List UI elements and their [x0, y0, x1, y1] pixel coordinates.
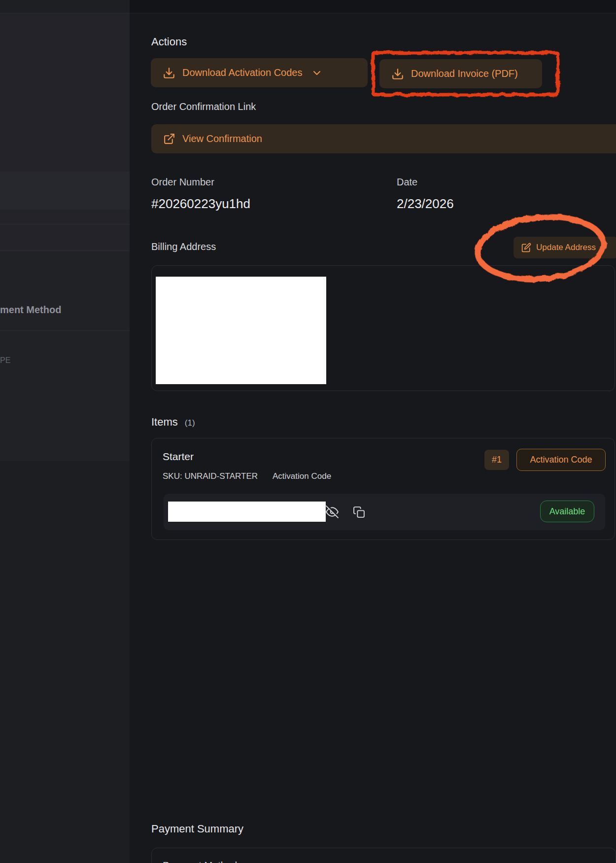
order-confirmation-link-heading: Order Confirmation Link	[151, 101, 256, 112]
order-date-value: 2/23/2026	[397, 196, 454, 212]
items-heading-label: Items	[151, 416, 178, 429]
order-number-label: Order Number	[151, 177, 214, 188]
sidebar-payment-method-label: ment Method	[0, 304, 61, 316]
activation-code-row: Available	[164, 494, 605, 530]
items-count: (1)	[185, 418, 195, 428]
sidebar-panel-upper	[0, 13, 130, 172]
copy-icon	[353, 506, 365, 518]
external-link-icon	[163, 133, 175, 145]
view-confirmation-label: View Confirmation	[182, 133, 262, 144]
item-type-badge: Activation Code	[516, 449, 606, 471]
sidebar-pe-label: PE	[0, 356, 10, 365]
sidebar: ment Method PE	[0, 0, 130, 863]
item-kind: Activation Code	[273, 471, 331, 481]
download-invoice-label: Download Invoice (PDF)	[411, 68, 518, 79]
download-invoice-button[interactable]: Download Invoice (PDF)	[379, 59, 542, 88]
sidebar-top-strip	[0, 0, 130, 13]
actions-heading: Actions	[151, 36, 187, 48]
billing-address-card	[151, 265, 615, 391]
order-details-page: ment Method PE Actions Download Activati…	[0, 0, 616, 863]
view-confirmation-button[interactable]: View Confirmation	[151, 124, 616, 153]
sidebar-selected-row[interactable]	[0, 172, 130, 210]
sidebar-section-payment-method: ment Method	[0, 251, 130, 331]
item-index-badge: #1	[484, 450, 509, 470]
payment-summary-heading: Payment Summary	[151, 823, 243, 835]
payment-method-label: Payment Method	[163, 860, 237, 863]
item-sku-row: SKU: UNRAID-STARTER Activation Code	[163, 471, 331, 481]
chevron-down-icon	[311, 67, 323, 79]
sidebar-row[interactable]	[0, 224, 130, 251]
download-icon	[391, 68, 404, 80]
eye-off-icon	[326, 505, 339, 518]
billing-address-heading: Billing Address	[151, 241, 216, 252]
edit-pencil-icon	[521, 243, 531, 252]
order-number-value: #20260223yu1hd	[151, 196, 250, 212]
top-bar	[130, 0, 616, 13]
toggle-code-visibility-button[interactable]	[325, 505, 339, 519]
sidebar-section-lower: PE	[0, 331, 130, 461]
copy-code-button[interactable]	[352, 505, 366, 519]
item-sku: SKU: UNRAID-STARTER	[163, 471, 258, 481]
payment-summary-card: Payment Method	[151, 848, 616, 863]
download-icon	[163, 67, 175, 79]
sidebar-row[interactable]	[0, 210, 130, 224]
redacted-billing-address	[156, 277, 326, 384]
update-address-label: Update Address	[536, 243, 596, 252]
item-card: Starter SKU: UNRAID-STARTER Activation C…	[151, 438, 615, 540]
order-date-label: Date	[397, 177, 417, 188]
download-activation-codes-button[interactable]: Download Activation Codes	[151, 58, 368, 87]
items-heading: Items (1)	[151, 416, 195, 429]
update-address-button[interactable]: Update Address	[513, 237, 616, 258]
code-status-badge: Available	[540, 501, 594, 522]
download-activation-codes-label: Download Activation Codes	[182, 67, 302, 78]
item-name: Starter	[163, 451, 194, 463]
redacted-activation-code	[168, 502, 326, 522]
